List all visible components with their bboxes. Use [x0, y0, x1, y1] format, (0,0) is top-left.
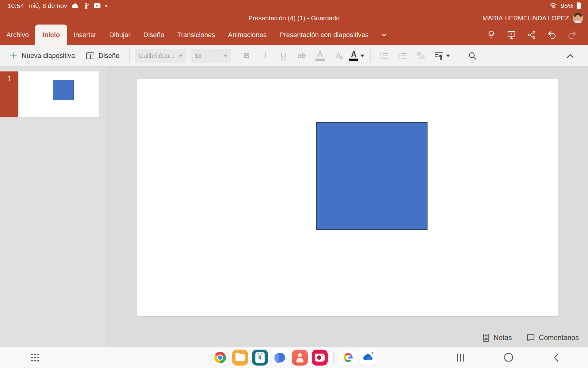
app-dock: 8 [212, 350, 376, 366]
share-icon[interactable] [525, 28, 538, 42]
app-contacts[interactable] [292, 350, 308, 366]
bulleted-list-button[interactable] [376, 48, 392, 64]
paragraph-formatting-button[interactable]: ¶ [431, 48, 453, 64]
account-button[interactable]: MARIA HERMELINDA LOPEZ [483, 13, 588, 23]
font-family-select[interactable]: Calibri (Cu... [135, 49, 187, 63]
divider [370, 49, 371, 62]
app-camera[interactable] [312, 350, 328, 366]
present-slideshow-icon[interactable] [505, 28, 518, 42]
home-icon [504, 353, 513, 362]
comments-label: Comentarios [539, 334, 579, 342]
italic-button[interactable]: I [257, 48, 273, 64]
paragraph-icon: ¶ [434, 52, 444, 60]
chrome-icon [214, 352, 226, 363]
slide-thumbnail-1[interactable]: 1 [0, 71, 99, 117]
plus-icon [10, 52, 18, 60]
app-my-files[interactable] [232, 350, 248, 366]
slide-thumbnail-preview [18, 71, 99, 117]
wifi-icon [549, 2, 558, 10]
chevron-down-icon [446, 55, 450, 57]
tab-presentacion-con-diapositivas[interactable]: Presentación con diapositivas [273, 25, 375, 45]
svg-text:3: 3 [398, 57, 400, 60]
slide-layout-icon [86, 52, 95, 59]
back-chevron-icon [553, 353, 560, 362]
thumbnail-shape-rectangle [53, 80, 74, 100]
person-notification-icon [84, 2, 89, 9]
recents-button[interactable] [453, 350, 468, 365]
editing-canvas-area: Notas Comentarios [106, 67, 588, 347]
divider [459, 49, 459, 62]
numbered-list-icon: 123 [398, 52, 407, 60]
bold-button[interactable]: B [239, 48, 254, 64]
title-bar: Presentación (4) (1) - Guardado MARIA HE… [0, 12, 588, 25]
google-g-icon [343, 352, 353, 363]
app-calendar[interactable]: 8 [252, 350, 268, 366]
svg-text:¶: ¶ [439, 54, 442, 60]
home-button[interactable] [501, 350, 516, 365]
android-taskbar: 8 [0, 347, 588, 368]
app-chrome[interactable] [212, 350, 228, 366]
tab-archivo[interactable]: Archivo [0, 25, 35, 45]
chevron-down-icon [179, 55, 183, 57]
tab-animaciones[interactable]: Animaciones [222, 25, 273, 45]
onedrive-cloud-icon [363, 354, 374, 362]
app-messages[interactable] [272, 350, 288, 366]
smartart-button[interactable] [413, 48, 429, 64]
ideas-lightbulb-icon[interactable] [484, 28, 498, 42]
highlight-color-button[interactable]: A [312, 48, 328, 64]
undo-icon[interactable] [545, 28, 559, 42]
recents-icon [457, 354, 465, 362]
slide-thumbnails-panel: 1 [0, 67, 106, 347]
chevron-down-icon [360, 55, 364, 57]
tab-inicio[interactable]: Inicio [35, 25, 67, 45]
main-content: 1 Notas Comentarios [0, 67, 588, 347]
search-button[interactable] [465, 48, 481, 64]
calendar-icon: 8 [255, 352, 265, 363]
notification-dot [372, 352, 373, 354]
underline-button[interactable]: U [275, 48, 291, 64]
dock-divider [334, 353, 334, 362]
chevron-up-icon [566, 53, 574, 58]
tab-transiciones[interactable]: Transiciones [171, 25, 222, 45]
folder-icon [236, 354, 245, 361]
user-name: MARIA HERMELINDA LOPEZ [483, 14, 569, 22]
blue-rectangle-shape[interactable] [316, 122, 428, 230]
status-bar: 10:54 mié, 8 de nov 95% [0, 0, 588, 12]
divider [129, 49, 130, 62]
back-button[interactable] [549, 350, 564, 365]
new-slide-button[interactable]: Nueva diapositiva [6, 48, 79, 64]
app-onedrive[interactable] [360, 350, 376, 366]
comments-button[interactable]: Comentarios [526, 333, 579, 342]
all-apps-button[interactable] [31, 354, 39, 361]
clock: 10:54 [7, 2, 24, 10]
app-header: 10:54 mié, 8 de nov 95% [0, 0, 588, 45]
camera-icon [315, 354, 325, 362]
app-google[interactable] [340, 350, 356, 366]
tabs-overflow-chevron-icon[interactable] [375, 25, 393, 45]
notes-button[interactable]: Notas [482, 333, 512, 342]
tab-dibujar[interactable]: Dibujar [103, 25, 137, 45]
comments-icon [526, 333, 535, 342]
tab-insertar[interactable]: Insertar [67, 25, 103, 45]
slide-canvas[interactable] [137, 79, 558, 316]
dot-icon [105, 5, 107, 7]
navigation-keys [453, 347, 564, 368]
collapse-ribbon-button[interactable] [562, 48, 578, 64]
messages-icon [275, 353, 285, 362]
avatar[interactable] [573, 13, 583, 23]
strikethrough-button[interactable]: ab [294, 48, 310, 64]
new-slide-label: Nueva diapositiva [22, 52, 75, 60]
date: mié, 8 de nov [28, 2, 67, 10]
battery-icon [577, 2, 581, 9]
youtube-icon [93, 3, 101, 9]
font-size-select[interactable]: 18 [191, 49, 231, 63]
numbered-list-button[interactable]: 123 [394, 48, 410, 64]
tab-diseno[interactable]: Diseño [137, 25, 171, 45]
design-label: Diseño [99, 52, 119, 60]
clear-formatting-button[interactable] [330, 48, 346, 64]
redo-icon[interactable] [565, 28, 579, 42]
canvas-footer-tools: Notas Comentarios [482, 333, 579, 342]
smartart-icon [416, 52, 426, 60]
font-color-button[interactable]: A [349, 48, 365, 64]
layout-design-button[interactable]: Diseño [82, 48, 124, 64]
